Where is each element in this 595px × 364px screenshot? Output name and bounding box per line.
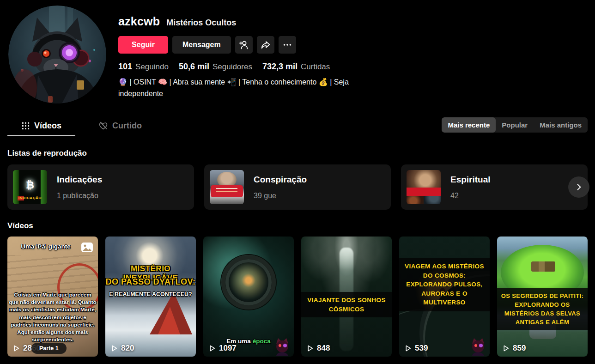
- view-count: 539: [404, 344, 428, 353]
- message-button[interactable]: Mensagem: [172, 36, 231, 54]
- tab-liked-label: Curtido: [112, 121, 142, 131]
- ellipsis-icon: [282, 40, 292, 50]
- view-count: 859: [502, 344, 526, 353]
- tent-shape-inner: [158, 307, 180, 334]
- grid-icon: [21, 121, 30, 130]
- videos-heading: Vídeos: [0, 221, 595, 231]
- playlists-row: ₿ INDICAÇÃO Indicações 1 publicação Cons…: [7, 164, 588, 210]
- video-card-mars[interactable]: Uma 'Pá' gigante Coisas em Marte que par…: [7, 237, 98, 357]
- thumbnail-collage-left: [407, 196, 424, 204]
- sort-oldest[interactable]: Mais antigos: [534, 117, 588, 133]
- video-top-label: Uma 'Pá' gigante: [7, 243, 84, 250]
- chevron-right-icon: [574, 182, 583, 192]
- profile-bio: 🔮 | OSINT 🧠 | Abra sua mente 📲 | Tenha o…: [118, 77, 365, 100]
- part-badge: Parte 1: [31, 343, 67, 354]
- thumbnail-caption: INDICAÇÃO: [13, 196, 47, 200]
- play-icon: [110, 344, 118, 352]
- play-icon: [208, 344, 216, 352]
- view-count: 820: [110, 344, 134, 353]
- profile-info: azkcwb Mistérios Ocultos Seguir Mensagem: [118, 6, 365, 103]
- share-arrow-icon: [261, 40, 271, 50]
- playlist-thumbnail: [407, 170, 441, 204]
- tab-liked[interactable]: Curtido: [85, 116, 155, 136]
- tab-videos-label: Vídeos: [34, 121, 61, 131]
- heart-slash-icon: [98, 121, 108, 131]
- stat-label: Curtidas: [301, 62, 330, 72]
- avatar[interactable]: [8, 6, 106, 103]
- play-icon: [306, 344, 314, 352]
- cat-avatar-watermark: [273, 336, 292, 356]
- play-icon: [404, 344, 412, 352]
- view-count: 848: [306, 344, 330, 353]
- video-caption: Coisas em Marte que parecem que não deve…: [9, 291, 97, 344]
- view-count-value: 820: [121, 344, 134, 353]
- stat-following[interactable]: 101 Seguindo: [118, 62, 169, 72]
- stat-label: Seguindo: [135, 62, 169, 72]
- stat-likes[interactable]: 732,3 mil Curtidas: [262, 62, 330, 72]
- video-title: VIAJANTE DOS SONHOS CÓSMICOS: [301, 292, 392, 317]
- video-card-cosmos[interactable]: VIAGEM AOS MISTÉRIOS DO COSMOS: EXPLORAN…: [399, 237, 490, 357]
- view-count-value: 1097: [219, 344, 237, 353]
- thumbnail-red-banner: [407, 188, 441, 196]
- playlist-title: Conspiração: [254, 175, 307, 185]
- profile-stats: 101 Seguindo 50,6 mil Seguidores 732,3 m…: [118, 62, 365, 72]
- video-card-dream-traveler[interactable]: VIAJANTE DOS SONHOS CÓSMICOS 848: [301, 237, 392, 357]
- profile-username: azkcwb: [118, 15, 160, 28]
- playlist-title: Indicações: [57, 175, 102, 185]
- videos-grid: Uma 'Pá' gigante Coisas em Marte que par…: [7, 237, 588, 357]
- stat-followers[interactable]: 50,6 mil Seguidores: [179, 62, 252, 72]
- add-friend-button[interactable]: [235, 36, 253, 54]
- video-card-paititi[interactable]: OS SEGREDOS DE PAITITI: EXPLORANDO OS MI…: [497, 237, 588, 357]
- video-card-dyatlov[interactable]: MISTÉRIO INEXPLICÁVE DO PASSO DYATLOV: E…: [105, 237, 196, 357]
- bitcoin-symbol: ₿: [13, 179, 47, 191]
- profile-nickname: Mistérios Ocultos: [166, 18, 236, 28]
- playlist-thumbnail: [210, 170, 244, 204]
- photo-carousel-icon: [81, 242, 93, 253]
- play-icon: [502, 344, 510, 352]
- playlist-title: Espiritual: [450, 175, 491, 185]
- village-huts-shape: [531, 261, 555, 272]
- sort-popular[interactable]: Popular: [496, 117, 534, 133]
- stat-value: 101: [118, 62, 132, 72]
- follow-button[interactable]: Seguir: [118, 36, 168, 54]
- cat-avatar-watermark: [468, 336, 488, 356]
- sort-most-recent[interactable]: Mais recente: [442, 117, 496, 133]
- stat-label: Seguidores: [212, 62, 252, 72]
- playlists-heading: Listas de reprodução: [0, 149, 595, 158]
- more-options-button[interactable]: [279, 36, 296, 54]
- person-add-icon: [239, 40, 249, 50]
- view-count-value: 859: [513, 344, 526, 353]
- video-title-line2: DO PASSO DYATLOV:: [105, 277, 196, 287]
- playlist-card-espiritual[interactable]: Espiritual 42: [401, 164, 588, 210]
- video-title: VIAGEM AOS MISTÉRIOS DO COSMOS: EXPLORAN…: [399, 258, 490, 311]
- tab-bar: Vídeos Curtido Mais recente Popular Mais…: [0, 116, 595, 136]
- view-count-value: 848: [317, 344, 330, 353]
- caption-highlight: época: [253, 338, 271, 345]
- playlist-count: 39 gue: [254, 192, 307, 200]
- thumbnail-collage-right: [424, 196, 441, 204]
- playlists-next-button[interactable]: [568, 176, 589, 198]
- thumbnail-face: [407, 170, 441, 188]
- playlist-count: 42: [450, 192, 491, 200]
- video-subtitle: E REALMENTE ACONTECEU?: [105, 291, 196, 297]
- stat-value: 732,3 mil: [262, 62, 298, 72]
- playlist-card-indicacoes[interactable]: ₿ INDICAÇÃO Indicações 1 publicação: [7, 164, 194, 210]
- playlist-thumbnail: ₿ INDICAÇÃO: [13, 170, 47, 204]
- cyberpunk-cat-avatar-image: [8, 6, 106, 103]
- view-count: 1097: [208, 344, 237, 353]
- video-card-cosmic-clock[interactable]: Em uma época 1097: [203, 237, 294, 357]
- profile-header: azkcwb Mistérios Ocultos Seguir Mensagem: [0, 0, 595, 103]
- play-icon: [12, 344, 20, 352]
- view-count-value: 539: [415, 344, 428, 353]
- cosmic-clock-shape: [221, 255, 276, 309]
- sort-segmented-control: Mais recente Popular Mais antigos: [442, 117, 588, 133]
- tab-videos[interactable]: Vídeos: [7, 116, 75, 136]
- thumbnail-red-banner: [211, 185, 243, 197]
- playlist-count: 1 publicação: [57, 192, 102, 200]
- stat-value: 50,6 mil: [179, 62, 209, 72]
- playlist-card-conspiracao[interactable]: Conspiração 39 gue: [204, 164, 391, 210]
- share-button[interactable]: [257, 36, 274, 54]
- video-title: OS SEGREDOS DE PAITITI: EXPLORANDO OS MI…: [497, 288, 588, 330]
